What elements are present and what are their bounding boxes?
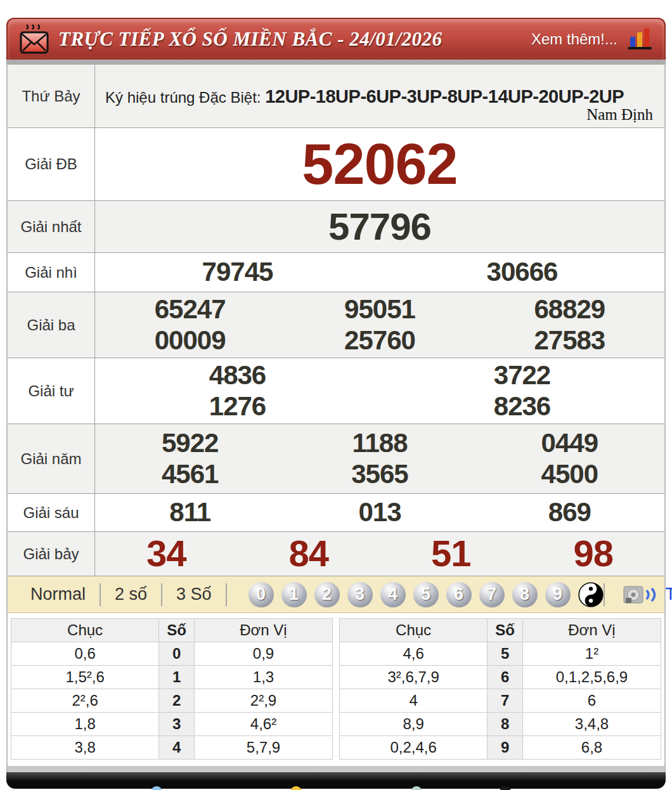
widget-footer-bar [6, 772, 666, 789]
prize-number: 811 [95, 497, 285, 528]
col-header-so: Số [488, 619, 523, 642]
prize-row-db: Giải ĐB 52062 [8, 128, 664, 201]
digit-ball-4[interactable]: 4 [380, 582, 406, 607]
prize-number: 65247 [95, 294, 285, 325]
chuc-cell: 1,5²,6 [11, 666, 159, 689]
see-more-link[interactable]: Xem thêm!... [531, 30, 617, 48]
prize-label: Giải bảy [8, 532, 95, 576]
prize-row-7: Giải bảy 34 84 51 98 [8, 532, 664, 576]
lottery-results-page: TRỰC TIẾP XỔ SỐ MIỀN BẮC - 24/01/2026 Xe… [0, 0, 672, 790]
donvi-cell: 4,6² [194, 713, 332, 736]
prize-label: Giải nhất [8, 201, 95, 252]
prize-label: Giải nhì [8, 253, 95, 292]
prize-number: 25760 [285, 325, 474, 356]
prize-row-2: Giải nhì 79745 30666 [8, 253, 664, 292]
donvi-cell: 5,7,9 [194, 736, 332, 760]
table-row: 4 7 6 [340, 689, 661, 713]
digit-ball-2[interactable]: 2 [314, 582, 340, 607]
donvi-cell: 2²,9 [194, 689, 332, 713]
donvi-cell: 1,3 [194, 666, 332, 689]
prize-number: 98 [522, 533, 665, 575]
prize-label: Giải tư [8, 358, 95, 424]
table-row: 0,6 0 0,9 [11, 642, 333, 666]
prize-number: 4500 [475, 459, 664, 489]
footer-separator [6, 766, 666, 772]
prize-label: Giải năm [8, 424, 95, 493]
table-row: 2²,6 2 2²,9 [11, 689, 333, 713]
so-cell: 5 [488, 642, 523, 666]
digit-ball-row: 0 1 2 3 4 5 6 7 8 9 [249, 582, 604, 607]
prize-number: 95051 [285, 294, 474, 325]
table-row: 3,8 4 5,7,9 [11, 736, 333, 760]
draw-info-row: Thứ Bảy Ký hiệu trúng Đặc Biệt: 12UP-18U… [8, 65, 664, 128]
prize-number: 51 [380, 533, 522, 575]
special-sign-text: Ký hiệu trúng Đặc Biệt: 12UP-18UP-6UP-3U… [95, 76, 664, 116]
draw-day-label: Thứ Bảy [8, 65, 95, 127]
digit-ball-8[interactable]: 8 [512, 582, 538, 607]
table-header-row: Chục Số Đơn Vị [11, 619, 333, 642]
mode-2so-button[interactable]: 2 số [101, 585, 161, 604]
widget-body: Thứ Bảy Ký hiệu trúng Đặc Biệt: 12UP-18U… [6, 65, 666, 766]
col-header-chuc: Chục [11, 619, 159, 642]
chuc-cell: 1,8 [11, 713, 159, 736]
so-cell: 6 [488, 666, 523, 689]
chuc-cell: 4,6 [340, 642, 488, 666]
prize-number: 869 [475, 497, 664, 528]
digit-table-left: Chục Số Đơn Vị 0,6 0 0,9 1,5²,6 1 1,3 [11, 618, 333, 760]
prize-number: 4561 [95, 459, 285, 489]
bar-chart-icon[interactable] [625, 27, 653, 52]
prize-number: 3565 [285, 459, 474, 489]
so-cell: 0 [159, 642, 195, 666]
donvi-cell: 3,4,8 [522, 713, 661, 736]
special-sign-label: Ký hiệu trúng Đặc Biệt: [105, 89, 265, 106]
prize-row-1: Giải nhất 57796 [8, 201, 664, 253]
lottery-widget: TRỰC TIẾP XỔ SỐ MIỀN BẮC - 24/01/2026 Xe… [6, 18, 666, 789]
chuc-cell: 0,2,4,6 [340, 736, 488, 760]
yin-yang-icon[interactable] [578, 582, 604, 607]
page-title: TRỰC TIẾP XỔ SỐ MIỀN BẮC - 24/01/2026 [58, 28, 443, 51]
prize-row-6: Giải sáu 811 013 869 [8, 494, 664, 532]
chuc-cell: 4 [340, 689, 488, 713]
prize-number: 1276 [95, 391, 380, 422]
speaker-icon[interactable] [623, 584, 659, 605]
chuc-cell: 8,9 [340, 713, 488, 736]
prize-number: 8236 [380, 391, 664, 422]
province-name: Nam Định [586, 106, 653, 124]
mode-3so-button[interactable]: 3 Số [162, 585, 226, 604]
donvi-cell: 0,1,2,5,6,9 [522, 666, 661, 689]
sound-control[interactable]: Tắt âm [604, 583, 672, 606]
prize-number: 4836 [95, 360, 380, 391]
mute-button[interactable]: Tắt âm [666, 585, 672, 604]
so-cell: 7 [488, 689, 523, 713]
divider [226, 583, 227, 606]
so-cell: 2 [159, 689, 195, 713]
digit-ball-5[interactable]: 5 [413, 582, 439, 607]
digit-ball-7[interactable]: 7 [479, 582, 505, 607]
col-header-so: Số [159, 619, 195, 642]
donvi-cell: 0,9 [194, 642, 332, 666]
so-cell: 3 [159, 713, 195, 736]
prize-number: 68829 [475, 294, 664, 325]
table-row: 1,5²,6 1 1,3 [11, 666, 333, 689]
digit-ball-6[interactable]: 6 [446, 582, 472, 607]
prize-label: Giải ĐB [8, 128, 95, 200]
table-header-row: Chục Số Đơn Vị [340, 619, 661, 642]
digit-ball-3[interactable]: 3 [347, 582, 373, 607]
prize-number: 1188 [285, 428, 474, 458]
digit-summary-section: Chục Số Đơn Vị 0,6 0 0,9 1,5²,6 1 1,3 [8, 613, 664, 766]
digit-ball-1[interactable]: 1 [281, 582, 307, 607]
mode-normal-button[interactable]: Normal [16, 585, 100, 604]
digit-ball-9[interactable]: 9 [545, 582, 571, 607]
prize-number: 0449 [475, 428, 664, 458]
prize-number: 57796 [95, 205, 664, 249]
prize-label: Giải sáu [8, 494, 95, 531]
prize-number: 27583 [475, 325, 664, 356]
divider [604, 583, 605, 606]
header-separator [6, 60, 666, 65]
prize-number: 00009 [95, 325, 285, 356]
donvi-cell: 1² [522, 642, 661, 666]
chuc-cell: 2²,6 [11, 689, 159, 713]
hot-envelope-icon [19, 23, 49, 56]
digit-ball-0[interactable]: 0 [249, 582, 274, 607]
filter-toolbar: Normal 2 số 3 Số 0 1 2 3 4 5 6 7 8 9 [8, 576, 664, 613]
